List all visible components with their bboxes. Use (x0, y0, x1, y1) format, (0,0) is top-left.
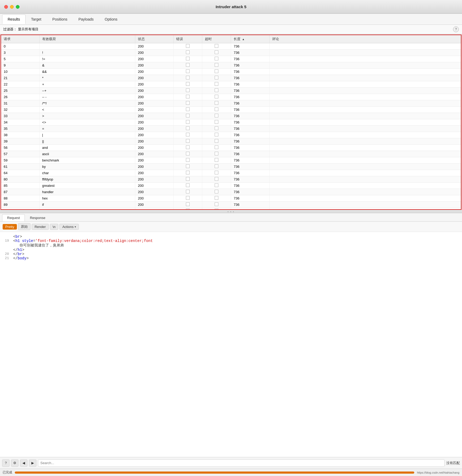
table-row[interactable]: 38 | 200 736 (1, 132, 461, 138)
cell-status: 200 (135, 100, 174, 107)
table-body: 0 200 736 3 ! 200 736 5 != 200 736 9 & (1, 43, 461, 210)
cell-status: 200 (135, 50, 174, 56)
filter-value: 显示所有项目 (18, 27, 38, 31)
search-input[interactable] (38, 459, 445, 467)
panel-splitter[interactable]: • • • (0, 210, 462, 213)
pretty-button[interactable]: Pretty (3, 224, 17, 230)
cell-error (174, 62, 202, 69)
table-row[interactable]: 34 <> 200 736 (1, 119, 461, 126)
cell-comment (269, 43, 461, 50)
cell-timeout (202, 75, 231, 81)
table-row[interactable]: 88 hex 200 736 (1, 195, 461, 202)
table-row[interactable]: 9 & 200 736 (1, 62, 461, 69)
raw-button[interactable]: 原始 (18, 223, 31, 230)
table-row[interactable]: 31 /**/ 200 736 (1, 100, 461, 107)
tab-target[interactable]: Target (26, 15, 47, 24)
cell-request: 32 (1, 107, 39, 113)
timeout-checkbox (215, 76, 218, 79)
newline-button[interactable]: \n (50, 224, 59, 230)
cell-status: 200 (135, 62, 174, 69)
table-row[interactable]: 5 != 200 736 (1, 56, 461, 62)
settings-icon-button[interactable]: ⚙ (11, 459, 18, 467)
col-header-timeout[interactable]: 超时 (202, 35, 231, 43)
cell-comment (269, 132, 461, 138)
help-icon-button[interactable]: ? (2, 459, 9, 467)
timeout-checkbox (215, 120, 218, 124)
code-display[interactable]: <br> 19 <h1 style='font-family:verdana;c… (0, 232, 462, 457)
cell-timeout (202, 189, 231, 195)
cell-timeout (202, 62, 231, 69)
table-row[interactable]: 21 * 200 736 (1, 75, 461, 81)
table-row[interactable]: 33 > 200 736 (1, 113, 461, 119)
cell-length: 736 (231, 157, 269, 164)
table-row[interactable]: 57 ascii 200 736 (1, 151, 461, 157)
cell-length: 736 (231, 88, 269, 94)
help-button[interactable]: ? (453, 26, 459, 32)
table-header-row: 请求 有效载荷 状态 错误 超时 长度 ▲ 评论 (1, 35, 461, 43)
table-row[interactable]: 56 and 200 736 (1, 145, 461, 151)
tab-request[interactable]: Request (2, 214, 25, 221)
line-num-empty3 (0, 248, 13, 252)
forward-button[interactable]: ▶ (29, 459, 36, 467)
error-checkbox (186, 196, 190, 200)
cell-request: 35 (1, 126, 39, 132)
render-button[interactable]: Render (32, 224, 49, 230)
table-row[interactable]: 89 if 200 736 (1, 202, 461, 208)
actions-button[interactable]: Actions ▾ (59, 224, 79, 230)
close-button[interactable] (4, 5, 8, 9)
cell-timeout (202, 202, 231, 208)
cell-length: 736 (231, 189, 269, 195)
table-row[interactable]: 26 -- - 200 736 (1, 94, 461, 100)
table-row[interactable]: 92 insert 200 736 (1, 208, 461, 210)
cell-timeout (202, 170, 231, 176)
cell-payload: < (39, 107, 135, 113)
back-button[interactable]: ◀ (20, 459, 27, 467)
col-header-error[interactable]: 错误 (174, 35, 202, 43)
error-checkbox (186, 69, 190, 73)
table-row[interactable]: 87 handler 200 736 (1, 189, 461, 195)
sort-arrow-length: ▲ (242, 38, 245, 41)
table-row[interactable]: 39 || 200 736 (1, 138, 461, 145)
col-header-payload[interactable]: 有效载荷 (39, 35, 135, 43)
maximize-button[interactable] (16, 5, 20, 9)
table-row[interactable]: 25 --+ 200 736 (1, 88, 461, 94)
timeout-checkbox (215, 190, 218, 193)
cell-payload: by (39, 164, 135, 170)
table-row[interactable]: 22 + 200 736 (1, 81, 461, 88)
table-row[interactable]: 0 200 736 (1, 43, 461, 50)
cell-error (174, 126, 202, 132)
table-row[interactable]: 64 char 200 736 (1, 170, 461, 176)
timeout-checkbox (215, 44, 218, 48)
line-content-br: <br> (13, 235, 459, 239)
error-checkbox (186, 209, 190, 209)
tab-results[interactable]: Results (2, 15, 26, 24)
table-row[interactable]: 35 = 200 736 (1, 126, 461, 132)
table-row[interactable]: 80 ffifdyop 200 736 (1, 176, 461, 183)
table-row[interactable]: 3 ! 200 736 (1, 50, 461, 56)
table-row[interactable]: 85 greatest 200 736 (1, 183, 461, 189)
minimize-button[interactable] (10, 5, 14, 9)
cell-status: 200 (135, 145, 174, 151)
code-line-chinese: 你可别被我逮住了，臭弟弟 (0, 243, 459, 248)
cell-length: 736 (231, 195, 269, 202)
cell-comment (269, 69, 461, 75)
tab-positions[interactable]: Positions (47, 15, 73, 24)
col-header-length[interactable]: 长度 ▲ (231, 35, 269, 43)
table-row[interactable]: 61 by 200 736 (1, 164, 461, 170)
tab-options[interactable]: Options (99, 15, 123, 24)
cell-request: 87 (1, 189, 39, 195)
col-header-comment[interactable]: 评论 (269, 35, 461, 43)
timeout-checkbox (215, 152, 218, 155)
cell-request: 31 (1, 100, 39, 107)
col-header-status[interactable]: 状态 (135, 35, 174, 43)
col-header-request[interactable]: 请求 (1, 35, 39, 43)
cell-status: 200 (135, 202, 174, 208)
table-row[interactable]: 32 < 200 736 (1, 107, 461, 113)
table-scroll-area[interactable]: 请求 有效载荷 状态 错误 超时 长度 ▲ 评论 0 200 736 3 ! (1, 35, 461, 209)
table-row[interactable]: 59 benchmark 200 736 (1, 157, 461, 164)
tab-payloads[interactable]: Payloads (73, 15, 99, 24)
cell-error (174, 113, 202, 119)
table-row[interactable]: 10 && 200 736 (1, 69, 461, 75)
error-checkbox (186, 126, 190, 130)
tab-response[interactable]: Response (25, 214, 50, 221)
